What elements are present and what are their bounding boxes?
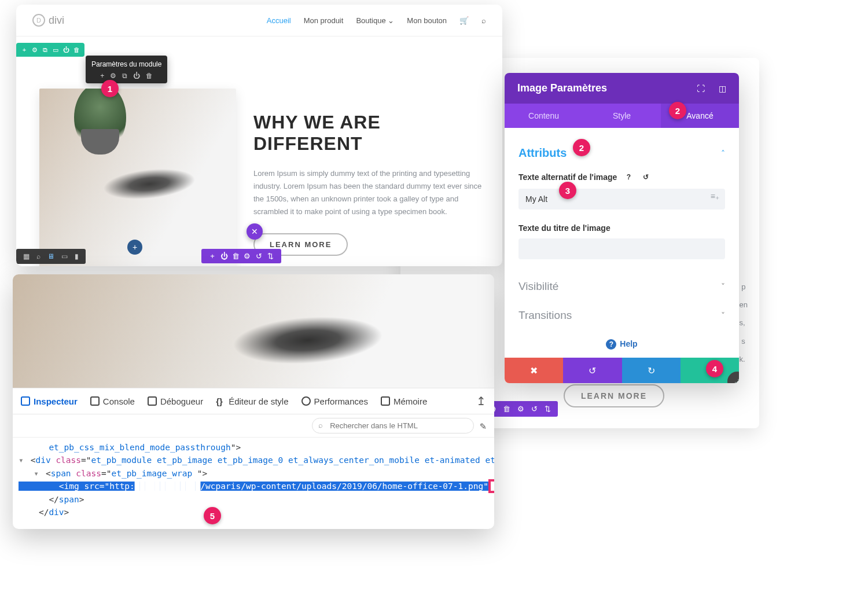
settings-footer: ✖ ↺ ↻ ✔	[505, 358, 739, 383]
step-badge-2: 2	[669, 102, 686, 119]
hero-text-block: WHY WE ARE DIFFERENT Lorem Ipsum is simp…	[253, 89, 485, 248]
gear-icon[interactable]: ⚙	[30, 45, 39, 54]
dynamic-content-icon[interactable]: ≡₊	[711, 192, 719, 201]
tooltip-label: Paramètres du module	[91, 60, 161, 68]
help-link[interactable]: Help	[505, 333, 739, 358]
title-text-label-row: Texte du titre de l'image	[518, 223, 725, 233]
tab-debogueur[interactable]: Débogueur	[148, 396, 203, 406]
help-icon[interactable]: ?	[623, 171, 634, 183]
add-row-fab[interactable]: +	[127, 240, 142, 255]
gear-icon[interactable]: ⚙	[517, 405, 524, 413]
section-toolbar-green[interactable]: + ⚙ ⧉ ▭ ⏻ 🗑	[16, 43, 84, 57]
hero-title: WHY WE ARE DIFFERENT	[253, 112, 485, 155]
eyedropper-icon[interactable]: ✎	[480, 420, 486, 432]
divi-builder-preview: D divi Accueil Mon produit Boutique ⌄ Mo…	[16, 5, 502, 266]
module-toolbar-purple[interactable]: + ⏻ 🗑 ⚙ ↺ ⇅	[201, 249, 281, 263]
wireframe-icon[interactable]: ▦	[23, 252, 30, 260]
device-preview-toolbar[interactable]: ▦ ⌕ 🖥 ▭ ▮	[16, 249, 86, 264]
gear-icon[interactable]: ⚙	[243, 252, 251, 260]
power-icon[interactable]: ⏻	[61, 45, 71, 54]
devtools-tabs: Inspecteur Console Débogueur {}Éditeur d…	[13, 388, 494, 414]
hero-body: Lorem Ipsum is simply dummy text of the …	[253, 167, 485, 218]
plus-icon[interactable]: +	[208, 252, 216, 260]
phone-icon[interactable]: ▮	[75, 252, 79, 260]
trash-icon[interactable]: 🗑	[146, 72, 153, 80]
nav-boutique[interactable]: Boutique ⌄	[356, 16, 394, 25]
settings-tabs: Contenu Style Avancé	[505, 104, 739, 128]
braces-icon: {}	[216, 396, 225, 406]
tab-memoire[interactable]: Mémoire	[381, 396, 427, 406]
chevron-up-icon: ˄	[721, 149, 725, 158]
inspector-icon	[21, 396, 30, 406]
gear-icon[interactable]: ⚙	[110, 72, 116, 80]
nav-accueil[interactable]: Accueil	[267, 16, 291, 25]
alt-text-label: Texte alternatif de l'image	[518, 172, 617, 182]
sliders-icon[interactable]: ⇅	[545, 405, 551, 413]
step-badge-1: 1	[101, 80, 119, 97]
chevron-down-icon: ⌄	[388, 16, 394, 25]
alt-text-input[interactable]	[518, 189, 725, 210]
plant-pot	[81, 129, 119, 155]
bg-learn-more-button[interactable]: LEARN MORE	[564, 384, 664, 407]
search-icon[interactable]: ⌕	[481, 16, 486, 25]
trash-icon[interactable]: 🗑	[231, 252, 240, 260]
sliders-icon[interactable]: ⇅	[266, 252, 274, 260]
plus-icon[interactable]: +	[100, 72, 104, 80]
tab-style[interactable]: Style	[583, 104, 661, 128]
step-badge-2b: 2	[573, 139, 590, 156]
section-transitions[interactable]: Transitions ˅	[518, 301, 725, 330]
nav-mon-bouton[interactable]: Mon bouton	[407, 16, 447, 25]
cart-icon[interactable]: 🛒	[459, 16, 469, 25]
hero-image[interactable]	[39, 89, 236, 266]
history-icon[interactable]: ↺	[531, 405, 538, 413]
snap-icon[interactable]: ◫	[719, 84, 726, 93]
site-logo[interactable]: D divi	[32, 14, 64, 27]
tablet-icon[interactable]: ▭	[61, 252, 68, 260]
trash-icon[interactable]: 🗑	[72, 45, 81, 54]
tab-contenu[interactable]: Contenu	[505, 104, 583, 128]
section-visibilite[interactable]: Visibilité ˅	[518, 272, 725, 301]
expand-icon[interactable]: ⛶	[697, 84, 705, 93]
title-text-input[interactable]	[518, 238, 725, 259]
memory-icon	[381, 396, 390, 406]
overflow-icon[interactable]: ↥	[476, 394, 486, 408]
section-attributs-label: Attributs	[518, 146, 567, 160]
tab-editeur-style[interactable]: {}Éditeur de style	[216, 396, 288, 406]
tab-inspecteur[interactable]: Inspecteur	[21, 396, 78, 406]
duplicate-icon[interactable]: ⧉	[41, 45, 50, 54]
perf-icon	[301, 396, 311, 406]
columns-icon[interactable]: ▭	[51, 45, 60, 54]
reset-icon[interactable]: ↺	[640, 171, 652, 183]
section-visibilite-label: Visibilité	[518, 280, 558, 293]
cancel-button[interactable]: ✖	[505, 358, 563, 383]
close-section-fab[interactable]: ✕	[247, 223, 263, 240]
devtools-panel: Inspecteur Console Débogueur {}Éditeur d…	[13, 274, 494, 529]
html-search-input[interactable]: Rechercher dans le HTML	[312, 418, 474, 433]
module-settings-tooltip: Paramètres du module + ⚙ ⧉ ⏻ 🗑	[86, 56, 167, 83]
devtools-dom-tree[interactable]: et_pb_css_mix_blend_mode_passthrough"> ▾…	[13, 438, 494, 527]
settings-body: Attributs ˄ Texte alternatif de l'image …	[505, 128, 739, 333]
duplicate-icon[interactable]: ⧉	[122, 72, 127, 80]
redo-button[interactable]: ↻	[622, 358, 681, 383]
logo-icon: D	[32, 14, 45, 27]
zoom-icon[interactable]: ⌕	[36, 252, 41, 260]
console-icon	[90, 396, 100, 406]
tab-performances[interactable]: Performances	[301, 396, 368, 406]
section-transitions-label: Transitions	[518, 309, 572, 322]
tab-console[interactable]: Console	[90, 396, 135, 406]
settings-header: Image Paramètres ⛶ ◫	[505, 73, 739, 104]
plus-icon[interactable]: +	[20, 45, 29, 54]
trash-icon[interactable]: 🗑	[503, 405, 510, 413]
image-settings-panel: Image Paramètres ⛶ ◫ Contenu Style Avanc…	[505, 73, 739, 383]
history-icon[interactable]: ↺	[255, 252, 263, 260]
nav-mon-produit[interactable]: Mon produit	[304, 16, 344, 25]
section-attributs[interactable]: Attributs ˄	[518, 138, 725, 168]
power-icon[interactable]: ⏻	[220, 252, 228, 260]
undo-button[interactable]: ↺	[563, 358, 621, 383]
step-badge-4: 4	[706, 360, 723, 377]
step-badge-5: 5	[204, 507, 221, 524]
main-nav: Accueil Mon produit Boutique ⌄ Mon bouto…	[267, 16, 486, 25]
chevron-down-icon: ˅	[721, 282, 725, 291]
desktop-icon[interactable]: 🖥	[47, 252, 54, 260]
power-icon[interactable]: ⏻	[133, 72, 140, 80]
